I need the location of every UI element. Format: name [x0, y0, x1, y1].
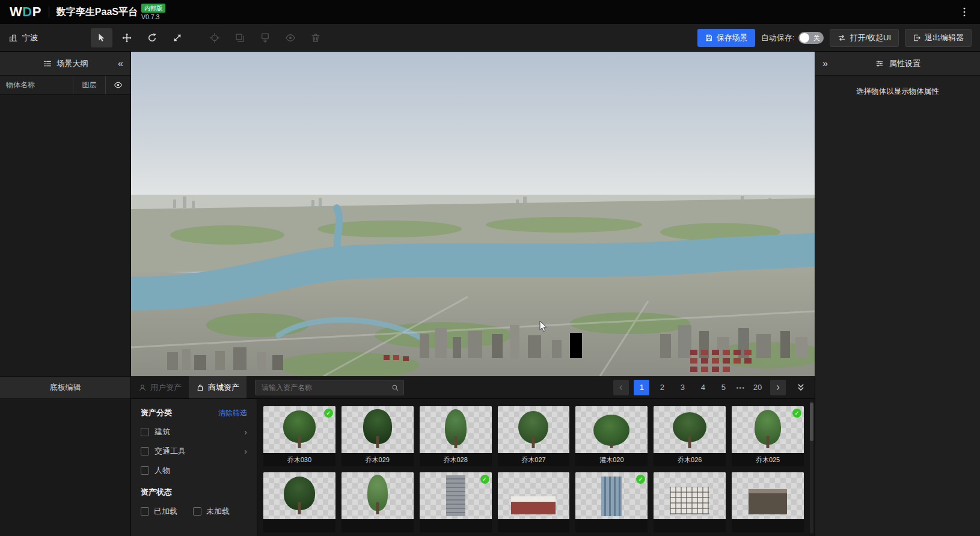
place-icon	[260, 32, 271, 43]
save-scene-button[interactable]: 保存场景	[697, 29, 755, 47]
scene-outline-panel: 场景大纲 « 物体名称 图层 底板编辑	[0, 52, 131, 536]
delete-button[interactable]	[305, 28, 326, 47]
rotate-tool-icon	[147, 32, 158, 43]
asset-card[interactable]: ✓	[654, 472, 726, 532]
asset-name	[420, 519, 492, 532]
collapse-asset-panel-icon[interactable]	[795, 382, 806, 393]
vehicle-label: 交通工具	[155, 446, 186, 457]
expand-chevron-icon[interactable]: ›	[244, 428, 247, 436]
next-page-button[interactable]	[770, 380, 786, 395]
scene-name-label: 宁波	[22, 32, 38, 43]
outline-columns: 物体名称 图层	[0, 76, 130, 95]
select-tool-button[interactable]	[91, 28, 112, 47]
asset-name: 乔木030	[263, 453, 335, 466]
page-button-1[interactable]: 1	[634, 380, 649, 395]
tab-shop-assets[interactable]: 商城资产	[189, 376, 247, 398]
asset-card[interactable]: ✓ 灌木020	[575, 406, 648, 466]
asset-card[interactable]: ✓	[263, 472, 335, 532]
visibility-icon	[285, 32, 296, 43]
scrollbar-track[interactable]	[810, 401, 813, 534]
save-icon	[705, 34, 713, 42]
category-row-person[interactable]: 人物	[141, 465, 247, 476]
asset-card[interactable]: ✓	[732, 472, 804, 532]
status-unloaded[interactable]: 未加载	[193, 506, 230, 517]
page-button-3[interactable]: 3	[675, 380, 690, 395]
properties-title: 属性设置	[889, 58, 920, 69]
asset-thumbnail: ✓	[341, 472, 414, 519]
rotate-tool-button[interactable]	[141, 28, 163, 47]
exit-icon	[913, 34, 921, 42]
asset-card[interactable]: ✓	[341, 472, 414, 532]
asset-thumbnail: ✓	[575, 406, 648, 453]
page-button-4[interactable]: 4	[695, 380, 711, 395]
viewport-3d[interactable]	[131, 52, 815, 376]
page-button-20[interactable]: 20	[750, 380, 765, 395]
asset-thumbnail: ✓	[732, 472, 804, 519]
asset-card[interactable]: ✓ 乔木030	[263, 406, 335, 466]
kebab-menu-icon[interactable]	[958, 6, 970, 18]
asset-thumbnail: ✓	[575, 472, 648, 519]
expand-chevron-icon[interactable]: ›	[244, 447, 247, 455]
visibility-button[interactable]	[280, 28, 301, 47]
page-button-5[interactable]: 5	[715, 380, 731, 395]
asset-name: 乔木025	[732, 453, 804, 466]
duplicate-button[interactable]	[229, 28, 251, 47]
asset-thumb-shape	[498, 472, 570, 519]
collapse-left-panel-icon[interactable]: «	[118, 59, 123, 69]
autosave-toggle[interactable]: 关	[798, 32, 824, 44]
city-icon	[8, 33, 18, 43]
asset-search-input[interactable]	[255, 380, 404, 395]
toggle-state-label: 关	[813, 33, 819, 42]
ui-toggle-button[interactable]: 打开/收起UI	[830, 29, 899, 47]
building-checkbox[interactable]	[141, 428, 149, 436]
asset-card[interactable]: ✓ 乔木028	[420, 406, 492, 466]
asset-tabs: 用户资产 商城资产	[131, 376, 247, 398]
asset-thumb-shape	[420, 406, 492, 453]
asset-name	[575, 519, 648, 532]
asset-name	[498, 519, 570, 532]
locate-button[interactable]	[204, 28, 225, 47]
page-button-2[interactable]: 2	[654, 380, 670, 395]
search-icon[interactable]	[391, 383, 399, 392]
unloaded-checkbox[interactable]	[193, 507, 201, 516]
place-button[interactable]	[254, 28, 276, 47]
asset-thumb-shape	[263, 472, 335, 519]
editor-toolbar: 宁波 保存场景 自动保存: 关	[0, 24, 980, 52]
exit-editor-button[interactable]: 退出编辑器	[905, 29, 972, 47]
asset-check-badge: ✓	[792, 409, 801, 418]
person-checkbox[interactable]	[141, 466, 149, 475]
asset-thumbnail: ✓	[420, 472, 492, 519]
asset-card[interactable]: ✓ 乔木025	[732, 406, 804, 466]
page-ellipsis[interactable]: •••	[736, 384, 745, 391]
category-row-vehicle[interactable]: 交通工具 ›	[141, 446, 247, 457]
logo-d: D	[22, 4, 32, 19]
floor-edit-button[interactable]: 底板编辑	[0, 376, 130, 399]
status-loaded[interactable]: 已加载	[141, 506, 177, 517]
prev-page-button[interactable]	[613, 380, 629, 395]
scale-tool-button[interactable]	[167, 28, 188, 47]
column-visibility[interactable]	[105, 76, 130, 94]
asset-card[interactable]: ✓	[420, 472, 492, 532]
asset-card[interactable]: ✓	[498, 472, 570, 532]
asset-card[interactable]: ✓ 乔木027	[498, 406, 570, 466]
asset-thumbnail: ✓	[420, 406, 492, 453]
chevron-left-icon	[617, 383, 625, 392]
clear-filter-link[interactable]: 清除筛选	[218, 408, 247, 418]
category-row-building[interactable]: 建筑 ›	[141, 427, 247, 437]
asset-card[interactable]: ✓	[575, 472, 648, 532]
column-layer[interactable]: 图层	[73, 76, 105, 94]
vehicle-checkbox[interactable]	[141, 447, 149, 455]
asset-card[interactable]: ✓ 乔木026	[654, 406, 726, 466]
logo-p: P	[32, 4, 41, 19]
expand-right-panel-icon[interactable]: »	[822, 59, 828, 69]
loaded-checkbox[interactable]	[141, 507, 149, 516]
asset-filters: 资产分类 清除筛选 建筑 › 交通工具 ›	[131, 399, 257, 536]
move-tool-button[interactable]	[116, 28, 138, 47]
properties-empty-hint: 选择物体以显示物体属性	[815, 87, 980, 97]
asset-panel: 用户资产 商城资产 1 2	[131, 376, 815, 536]
tab-user-assets[interactable]: 用户资产	[131, 376, 189, 398]
asset-thumbnail: ✓	[732, 406, 804, 453]
scrollbar-thumb[interactable]	[810, 403, 813, 441]
asset-name: 灌木020	[575, 453, 648, 466]
asset-card[interactable]: ✓ 乔木029	[341, 406, 414, 466]
